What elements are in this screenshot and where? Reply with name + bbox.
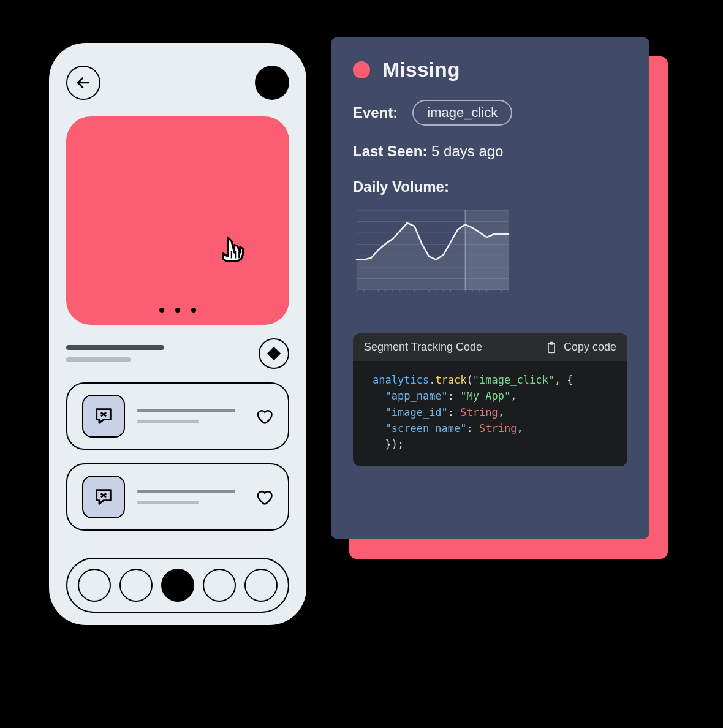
heart-icon[interactable] (255, 407, 273, 425)
chat-x-icon (82, 476, 125, 518)
diamond-icon (267, 347, 281, 361)
event-row: Event: image_click (353, 100, 627, 126)
analytics-panel: Missing Event: image_click Last Seen: 5 … (331, 37, 649, 539)
daily-volume-chart (353, 204, 627, 302)
divider (353, 317, 627, 317)
action-diamond-button[interactable] (259, 338, 289, 369)
copy-code-button[interactable]: Copy code (545, 341, 616, 354)
copy-code-label: Copy code (564, 341, 616, 354)
last-seen-value: 5 days ago (431, 143, 503, 159)
status-label: Missing (382, 58, 460, 82)
caption-row (66, 338, 289, 369)
event-name-pill[interactable]: image_click (412, 100, 512, 126)
arrow-left-icon (75, 75, 91, 91)
status-dot-icon (353, 61, 370, 78)
tab-button-1[interactable] (78, 569, 111, 602)
caption-placeholder (66, 345, 259, 362)
status-row: Missing (353, 58, 627, 82)
pager-dots[interactable] (66, 308, 289, 313)
hero-image[interactable] (66, 116, 289, 325)
tab-button-4[interactable] (203, 569, 236, 602)
event-field-label: Event: (353, 104, 398, 121)
tab-button-5[interactable] (244, 569, 278, 602)
phone-header (66, 61, 289, 104)
code-card: Segment Tracking Code Copy code analytic… (353, 333, 627, 466)
list-item[interactable] (66, 382, 289, 450)
pointer-cursor-icon (214, 232, 252, 270)
list-item[interactable] (66, 463, 289, 531)
chat-x-icon (82, 395, 125, 438)
tab-button-2[interactable] (119, 569, 153, 602)
clipboard-icon (545, 341, 558, 354)
code-title: Segment Tracking Code (364, 341, 482, 354)
tab-button-3[interactable] (161, 569, 194, 602)
daily-volume-label: Daily Volume: (353, 178, 627, 195)
code-header: Segment Tracking Code Copy code (353, 333, 627, 361)
last-seen-label: Last Seen: (353, 143, 427, 159)
avatar[interactable] (255, 66, 289, 100)
heart-icon[interactable] (255, 488, 273, 506)
last-seen-row: Last Seen: 5 days ago (353, 143, 627, 160)
list-item-text (137, 409, 255, 423)
tab-bar (66, 558, 289, 613)
code-body: analytics.track("image_click", { "app_na… (353, 361, 627, 466)
list-item-text (137, 490, 255, 504)
back-button[interactable] (66, 66, 100, 100)
phone-mock (49, 43, 306, 625)
